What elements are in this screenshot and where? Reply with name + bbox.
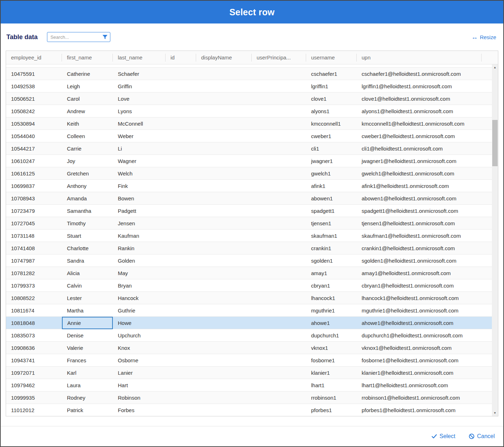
cell-employee-id: 11012012	[6, 404, 62, 416]
cell-employee-id: 10459455	[6, 64, 62, 68]
cell-employee-id: 10610247	[6, 155, 62, 167]
cell-username: rrobinson1	[306, 391, 357, 404]
cell-user-principal-name	[252, 80, 306, 93]
cell-employee-id: 10808522	[6, 292, 62, 304]
cell-user-principal-name	[252, 404, 306, 416]
cell-first-name: Leigh	[62, 80, 113, 93]
cell-upn: skaufman1@helloidtest1.onmicrosoft.com	[357, 230, 482, 242]
table-row[interactable]: 10781282 Alicia May amay1 amay1@helloidt…	[6, 267, 492, 279]
cell-trailing-empty	[482, 180, 492, 192]
dialog-footer: Select Cancel	[1, 416, 503, 446]
column-header[interactable]: first_name	[62, 54, 113, 62]
cell-upn: abowen1@helloidtest1.onmicrosoft.com	[357, 192, 482, 205]
column-header[interactable]: userPrincipa...	[252, 54, 306, 62]
cell-employee-id: 10908636	[6, 342, 62, 354]
cell-id	[166, 230, 196, 242]
table-row[interactable]: 10908636 Valerie Knox vknox1 vknox1@hell…	[6, 342, 492, 354]
table-row[interactable]: 10999935 Rodney Robinson rrobinson1 rrob…	[6, 391, 492, 404]
cell-user-principal-name	[252, 68, 306, 80]
cell-last-name: Padgett	[113, 205, 166, 217]
cell-id	[166, 329, 196, 342]
cell-user-principal-name	[252, 142, 306, 155]
table-row[interactable]: 11012012 Patrick Forbes pforbes1 pforbes…	[6, 404, 492, 416]
cell-id	[166, 68, 196, 80]
cell-first-name: Anthony	[62, 180, 113, 192]
cell-id	[166, 217, 196, 230]
cell-first-name: Sandra	[62, 254, 113, 267]
cell-first-name: Andrew	[62, 105, 113, 117]
scroll-up-button[interactable]: ▲	[492, 64, 498, 70]
scrollbar-thumb[interactable]	[492, 120, 498, 166]
table-row[interactable]: 10808522 Lester Hancock lhancock1 lhanco…	[6, 292, 492, 304]
cell-first-name: Martha	[62, 304, 113, 317]
cell-id	[166, 367, 196, 379]
vertical-scrollbar[interactable]: ▲ ▼	[492, 64, 498, 416]
resize-button[interactable]: ↔ Resize	[471, 34, 496, 40]
table-row[interactable]: 10835073 Denise Upchurch dupchurch1 dupc…	[6, 329, 492, 342]
table-row[interactable]: 10492538 Leigh Griffin lgriffin1 lgriffi…	[6, 80, 492, 93]
table-row[interactable]: 10610247 Joy Wagner jwagner1 jwagner1@he…	[6, 155, 492, 167]
select-button[interactable]: Select	[431, 433, 455, 440]
table-row[interactable]: 10544217 Carrie Li cli1 cli1@helloidtest…	[6, 142, 492, 155]
column-header[interactable]: employee_id	[6, 54, 62, 62]
cell-id	[166, 130, 196, 142]
cell-first-name: Patrick	[62, 404, 113, 416]
search-input[interactable]	[47, 32, 110, 42]
cell-upn: spadgett1@helloidtest1.onmicrosoft.com	[357, 205, 482, 217]
cell-trailing-empty	[482, 379, 492, 391]
cell-username: sgolden1	[306, 254, 357, 267]
table-row[interactable]: 10699837 Anthony Fink afink1 afink1@hell…	[6, 180, 492, 192]
cell-user-principal-name	[252, 379, 306, 391]
triangle-up-icon: ▲	[494, 66, 497, 69]
cell-trailing-empty	[482, 205, 492, 217]
cell-trailing-empty	[482, 354, 492, 367]
select-button-label: Select	[440, 433, 455, 440]
table-row[interactable]: 10506521 Carol Love clove1 clove1@helloi…	[6, 93, 492, 105]
cell-id	[166, 167, 196, 180]
cell-upn: vknox1@helloidtest1.onmicrosoft.com	[357, 342, 482, 354]
table-row[interactable]: 10530894 Keith McConnell kmcconnell1 kmc…	[6, 117, 492, 130]
cell-user-principal-name	[252, 117, 306, 130]
table-row[interactable]: 10508242 Andrew Lyons alyons1 alyons1@he…	[6, 105, 492, 117]
column-header[interactable]: upn	[357, 54, 482, 62]
table-row[interactable]: 10747987 Sandra Golden sgolden1 sgolden1…	[6, 254, 492, 267]
table-row[interactable]: 10818048 Annie Howe ahowe1 ahowe1@helloi…	[6, 317, 492, 329]
dialog-titlebar: Select row	[1, 1, 503, 23]
cell-employee-id: 10811674	[6, 304, 62, 317]
cell-user-principal-name	[252, 242, 306, 254]
table-row[interactable]: 10475591 Catherine Schaefer cschaefer1 c…	[6, 68, 492, 80]
table-row[interactable]: 10727045 Timothy Jensen tjensen1 tjensen…	[6, 217, 492, 230]
cancel-button[interactable]: Cancel	[469, 433, 495, 440]
table-row[interactable]: 10943741 Frances Osborne fosborne1 fosbo…	[6, 354, 492, 367]
cell-id	[166, 180, 196, 192]
filter-icon[interactable]	[102, 34, 108, 40]
table-row[interactable]: 10972071 Karl Lanier klanier1 klanier1@h…	[6, 367, 492, 379]
column-header[interactable]: displayName	[196, 54, 252, 62]
table-row[interactable]: 10731148 Stuart Kaufman skaufman1 skaufm…	[6, 230, 492, 242]
table-row[interactable]: 10459455 Brandon Crane bcrane1 bcrane1@h…	[6, 64, 492, 68]
cell-upn: lhart1@helloidtest1.onmicrosoft.com	[357, 379, 482, 391]
table-row[interactable]: 10799373 Calvin Bryan cbryan1 cbryan1@he…	[6, 279, 492, 292]
cell-first-name: Gretchen	[62, 167, 113, 180]
column-header[interactable]: last_name	[113, 54, 166, 62]
column-header[interactable]: id	[166, 54, 196, 62]
table-row[interactable]: 10708943 Amanda Bowen abowen1 abowen1@he…	[6, 192, 492, 205]
scroll-down-button[interactable]: ▼	[492, 410, 498, 416]
cell-display-name	[196, 342, 252, 354]
table-row[interactable]: 10811674 Martha Guthrie mguthrie1 mguthr…	[6, 304, 492, 317]
column-header[interactable]: username	[306, 54, 357, 62]
cell-user-principal-name	[252, 155, 306, 167]
cell-last-name: Howe	[113, 317, 166, 329]
table-row[interactable]: 10979462 Laura Hart lhart1 lhart1@helloi…	[6, 379, 492, 391]
table-row[interactable]: 10741408 Charlotte Rankin crankin1 crank…	[6, 242, 492, 254]
cell-upn: cweber1@helloidtest1.onmicrosoft.com	[357, 130, 482, 142]
cell-user-principal-name	[252, 329, 306, 342]
table-row[interactable]: 10544040 Colleen Weber cweber1 cweber1@h…	[6, 130, 492, 142]
cell-first-name: Calvin	[62, 279, 113, 292]
cell-last-name: Osborne	[113, 354, 166, 367]
cell-user-principal-name	[252, 292, 306, 304]
cell-display-name	[196, 130, 252, 142]
table-row[interactable]: 10723479 Samantha Padgett spadgett1 spad…	[6, 205, 492, 217]
search-box	[47, 32, 110, 42]
table-row[interactable]: 10616125 Gretchen Welch gwelch1 gwelch1@…	[6, 167, 492, 180]
